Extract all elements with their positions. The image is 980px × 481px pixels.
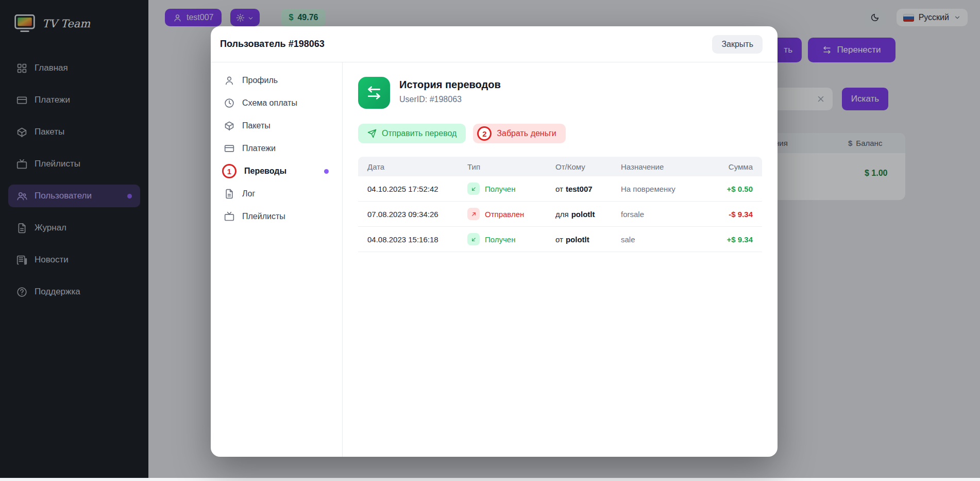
transfer-party: отpolotlt xyxy=(555,235,621,244)
transfer-purpose: forsale xyxy=(621,210,700,219)
transfer-row: 04.10.2025 17:52:42 Получен отtest007 На… xyxy=(358,176,762,202)
modal-nav-item[interactable]: 1 Переводы xyxy=(218,160,335,183)
modal-nav-item-icon xyxy=(224,98,234,108)
modal-content: История переводов UserID: #198063 Отправ… xyxy=(343,62,778,457)
send-transfer-label: Отправить перевод xyxy=(382,129,457,138)
transfer-row: 04.08.2023 15:16:18 Получен отpolotlt sa… xyxy=(358,227,762,252)
transfer-type-label: Получен xyxy=(485,185,516,193)
content-subtitle: UserID: #198063 xyxy=(399,95,501,104)
party-name: polotlt xyxy=(571,210,595,219)
transfer-type: Отправлен xyxy=(467,208,555,220)
transfer-type-label: Отправлен xyxy=(485,210,524,219)
column-header-date: Дата xyxy=(358,162,467,171)
transfer-direction-icon xyxy=(467,183,480,195)
active-dot xyxy=(324,169,329,174)
transfer-date: 04.10.2025 17:52:42 xyxy=(358,185,467,193)
take-money-label: Забрать деньги xyxy=(497,129,556,138)
transfers-table-rows: 04.10.2025 17:52:42 Получен отtest007 На… xyxy=(358,176,762,252)
modal-nav: Профиль Схема оплаты Пакеты xyxy=(211,62,343,457)
transfers-table: Дата Тип От/Кому Назначение Сумма 04.10.… xyxy=(358,157,762,252)
modal-nav-item[interactable]: Профиль xyxy=(218,69,335,92)
modal-nav-item-label: Профиль xyxy=(242,76,278,85)
send-icon xyxy=(367,129,377,138)
transfer-party: отtest007 xyxy=(555,185,621,193)
party-prefix: для xyxy=(555,210,569,219)
column-header-amount: Сумма xyxy=(700,162,762,171)
transfer-type: Получен xyxy=(467,233,555,245)
annotation-circle: 2 xyxy=(477,126,492,141)
user-modal: Пользователь #198063 Закрыть Профиль xyxy=(211,26,778,457)
transfers-icon xyxy=(358,77,390,109)
transfer-amount: -$ 9.34 xyxy=(700,210,762,219)
modal-nav-item[interactable]: Пакеты xyxy=(218,114,335,137)
content-title: История переводов xyxy=(399,79,501,91)
modal-nav-item-label: Плейлисты xyxy=(242,212,285,221)
transfer-type-label: Получен xyxy=(485,235,516,244)
transfer-party: дляpolotlt xyxy=(555,210,621,219)
annotation-circle: 1 xyxy=(222,164,236,178)
party-name: test007 xyxy=(566,185,593,193)
transfer-direction-icon xyxy=(467,233,480,245)
content-header: История переводов UserID: #198063 xyxy=(358,77,762,109)
party-prefix: от xyxy=(555,185,563,193)
transfer-type: Получен xyxy=(467,183,555,195)
transfer-purpose: На повременку xyxy=(621,185,700,193)
transfer-date: 04.08.2023 15:16:18 xyxy=(358,235,467,244)
content-header-text: История переводов UserID: #198063 xyxy=(399,77,501,104)
transfer-amount: +$ 9.34 xyxy=(700,235,762,244)
modal-nav-item[interactable]: Лог xyxy=(218,183,335,205)
modal-nav-item-icon xyxy=(224,211,234,222)
modal-nav-item[interactable]: Плейлисты xyxy=(218,205,335,228)
actions-row: Отправить перевод 2 Забрать деньги xyxy=(358,124,762,143)
transfer-row: 07.08.2023 09:34:26 Отправлен дляpolotlt… xyxy=(358,202,762,227)
modal-body: Профиль Схема оплаты Пакеты xyxy=(211,62,778,457)
modal-nav-item-icon xyxy=(224,121,234,131)
transfer-date: 07.08.2023 09:34:26 xyxy=(358,210,467,219)
column-header-party: От/Кому xyxy=(555,162,621,171)
transfers-table-header: Дата Тип От/Кому Назначение Сумма xyxy=(358,157,762,176)
party-prefix: от xyxy=(555,235,563,244)
party-name: polotlt xyxy=(566,235,589,244)
column-header-purpose: Назначение xyxy=(621,162,700,171)
close-button[interactable]: Закрыть xyxy=(712,35,763,54)
modal-nav-item-label: Схема оплаты xyxy=(242,98,297,108)
modal-header: Пользователь #198063 Закрыть xyxy=(211,26,778,62)
transfer-amount: +$ 0.50 xyxy=(700,185,762,193)
send-transfer-button[interactable]: Отправить перевод xyxy=(358,124,466,143)
horizontal-scrollbar[interactable] xyxy=(0,478,980,481)
modal-nav-item-icon xyxy=(224,143,234,154)
modal-nav-item-label: Лог xyxy=(242,189,255,198)
modal-nav-item-label: Платежи xyxy=(242,144,276,153)
page: TV Team Главная Платежи Пакеты xyxy=(0,0,980,481)
modal-title: Пользователь #198063 xyxy=(220,39,325,49)
transfer-purpose: sale xyxy=(621,235,700,244)
modal-nav-item-label: Переводы xyxy=(244,167,286,176)
column-header-type: Тип xyxy=(467,162,555,171)
modal-nav-item-icon xyxy=(224,75,234,86)
modal-nav-item[interactable]: Платежи xyxy=(218,137,335,160)
take-money-button[interactable]: 2 Забрать деньги xyxy=(473,124,565,143)
transfer-direction-icon xyxy=(467,208,480,220)
modal-nav-item-icon xyxy=(224,189,234,199)
modal-nav-item-label: Пакеты xyxy=(242,121,271,130)
modal-nav-item[interactable]: Схема оплаты xyxy=(218,92,335,114)
